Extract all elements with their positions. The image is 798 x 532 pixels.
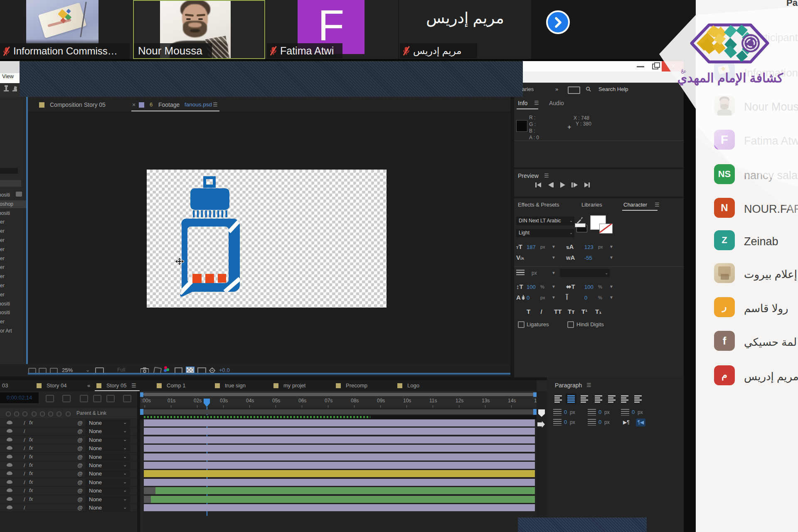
svg-text:كشافة الإمام المهدي: كشافة الإمام المهدي bbox=[677, 71, 783, 86]
svg-text:عجّ: عجّ bbox=[681, 69, 687, 74]
